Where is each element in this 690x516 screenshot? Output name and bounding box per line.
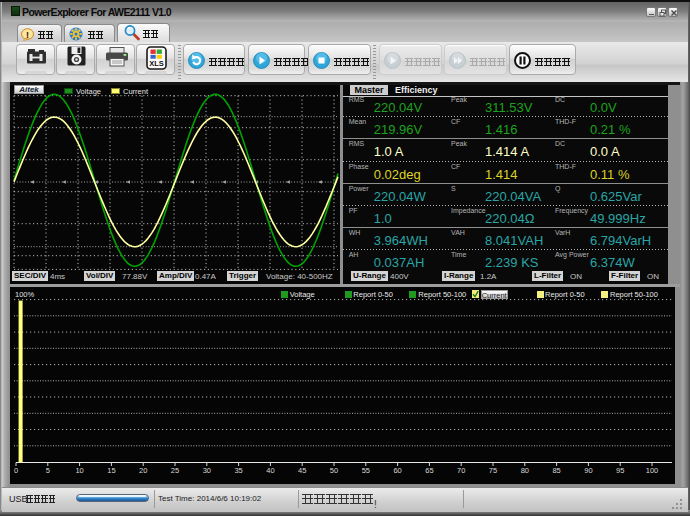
svg-text:XLS: XLS [149,59,164,68]
svg-text:!: ! [26,30,29,40]
